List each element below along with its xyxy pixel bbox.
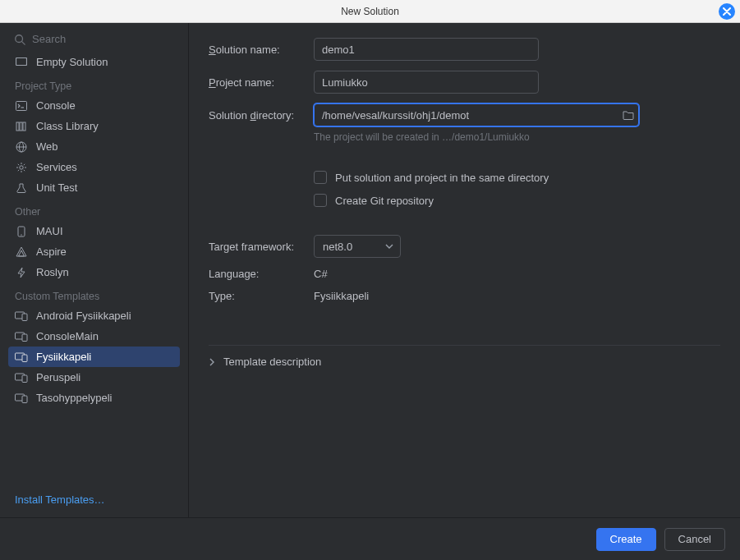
sidebar-item-class-library[interactable]: Class Library (8, 116, 180, 136)
solution-name-label: Solution name: (209, 44, 306, 56)
main-panel: Solution name: Project name: Solution di… (189, 23, 740, 517)
svg-rect-21 (22, 375, 27, 383)
target-framework-select[interactable]: net8.0 (314, 235, 401, 258)
language-label: Language: (209, 268, 306, 280)
search-icon (14, 34, 25, 45)
create-button[interactable]: Create (596, 528, 656, 551)
same-directory-label: Put solution and project in the same dir… (335, 172, 549, 184)
svg-point-13 (21, 234, 21, 235)
create-git-checkbox[interactable] (314, 194, 327, 207)
sidebar-item-consolemain[interactable]: ConsoleMain (8, 326, 180, 347)
project-name-input[interactable] (314, 71, 539, 94)
aspire-icon (15, 246, 28, 258)
title-bar: New Solution (0, 0, 740, 23)
sidebar-item-label: Class Library (36, 120, 99, 132)
phone-icon (15, 226, 28, 237)
type-label: Type: (209, 290, 306, 302)
sidebar-item-tasohyppelypeli[interactable]: Tasohyppelypeli (8, 388, 180, 408)
terminal-icon (15, 101, 28, 111)
sidebar-item-label: MAUI (36, 225, 63, 237)
sidebar: Empty Solution Project Type Console Clas… (0, 23, 189, 517)
svg-rect-15 (22, 314, 27, 321)
bolt-icon (15, 267, 28, 278)
sidebar-item-label: Fysiikkapeli (36, 351, 91, 363)
language-value: C# (314, 268, 328, 280)
target-framework-value: net8.0 (323, 241, 352, 253)
test-icon (15, 182, 28, 194)
sidebar-item-label: Tasohyppelypeli (36, 392, 113, 404)
sidebar-item-aspire[interactable]: Aspire (8, 241, 180, 262)
svg-point-11 (20, 165, 23, 168)
template-description-expander[interactable]: Template description (209, 345, 720, 368)
sidebar-item-console[interactable]: Console (8, 95, 180, 116)
create-git-label: Create Git repository (335, 195, 434, 207)
sidebar-item-empty-solution[interactable]: Empty Solution (8, 52, 180, 72)
sidebar-item-label: Peruspeli (36, 371, 80, 383)
cancel-button[interactable]: Cancel (664, 528, 725, 551)
template-description-label: Template description (223, 356, 321, 368)
sidebar-item-label: Web (36, 140, 58, 153)
svg-line-1 (22, 41, 25, 44)
svg-rect-3 (16, 101, 27, 110)
svg-rect-19 (22, 355, 27, 362)
svg-rect-5 (16, 122, 19, 131)
device-icon (15, 352, 28, 362)
device-icon (15, 393, 28, 403)
svg-rect-23 (22, 396, 27, 403)
gear-icon (15, 162, 28, 173)
sidebar-item-label: Console (36, 99, 76, 112)
sidebar-item-unit-test[interactable]: Unit Test (8, 177, 180, 198)
device-icon (15, 311, 28, 321)
window-title: New Solution (341, 6, 399, 17)
same-directory-checkbox[interactable] (314, 171, 327, 184)
close-button[interactable] (719, 3, 735, 20)
section-custom-templates: Custom Templates (8, 282, 180, 305)
solution-directory-input[interactable] (314, 103, 639, 126)
sidebar-item-web[interactable]: Web (8, 136, 180, 157)
sidebar-item-peruspeli[interactable]: Peruspeli (8, 367, 180, 388)
svg-rect-6 (20, 122, 22, 131)
device-icon (15, 373, 28, 383)
svg-rect-7 (23, 122, 25, 131)
creation-path-hint: The project will be created in …/demo1/L… (314, 131, 720, 143)
target-framework-label: Target framework: (209, 241, 306, 253)
sidebar-item-label: Empty Solution (36, 56, 108, 68)
chevron-right-icon (209, 358, 215, 366)
install-templates-link[interactable]: Install Templates… (0, 485, 188, 517)
sidebar-item-label: Unit Test (36, 181, 77, 194)
svg-rect-2 (16, 57, 27, 65)
project-name-label: Project name: (209, 76, 306, 89)
sidebar-item-label: Services (36, 161, 77, 173)
solution-name-input[interactable] (314, 38, 539, 61)
sidebar-item-label: Aspire (36, 246, 67, 258)
sidebar-item-label: ConsoleMain (36, 330, 99, 342)
sidebar-item-services[interactable]: Services (8, 157, 180, 177)
books-icon (15, 121, 28, 132)
browse-folder-button[interactable] (623, 110, 634, 120)
rectangle-icon (15, 57, 28, 67)
type-value: Fysiikkapeli (314, 290, 369, 302)
sidebar-item-roslyn[interactable]: Roslyn (8, 262, 180, 282)
chevron-down-icon (385, 244, 393, 249)
globe-icon (15, 141, 28, 153)
search-input[interactable] (32, 33, 178, 45)
sidebar-item-label: Roslyn (36, 266, 69, 278)
footer: Create Cancel (0, 517, 740, 560)
solution-directory-label: Solution directory: (209, 109, 306, 122)
sidebar-item-fysiikkapeli[interactable]: Fysiikkapeli (8, 347, 180, 367)
sidebar-item-maui[interactable]: MAUI (8, 221, 180, 241)
section-other: Other (8, 198, 180, 221)
section-project-type: Project Type (8, 72, 180, 95)
svg-rect-17 (22, 334, 27, 342)
sidebar-item-label: Android Fysiikkapeli (36, 310, 131, 322)
device-icon (15, 332, 28, 342)
sidebar-item-android-fysiikkapeli[interactable]: Android Fysiikkapeli (8, 305, 180, 326)
